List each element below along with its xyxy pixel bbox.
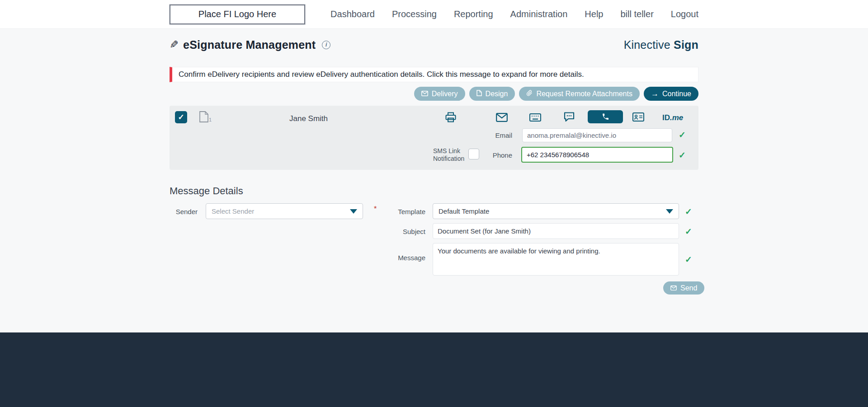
sms-chat-auth-icon[interactable]	[564, 112, 575, 122]
email-auth-icon[interactable]	[496, 113, 508, 122]
page-header: ✎ eSignature Management i Kinective Sign	[170, 38, 698, 51]
main-nav: Dashboard Processing Reporting Administr…	[330, 9, 698, 19]
subject-label: Subject	[373, 228, 425, 235]
nav-bill-teller[interactable]: bill teller	[620, 9, 653, 19]
continue-button[interactable]: → Continue	[644, 87, 698, 101]
template-valid-check-icon: ✓	[685, 206, 692, 217]
action-button-row: Delivery Design Request Remote Attachmen…	[170, 87, 698, 101]
sender-dropdown[interactable]: Select Sender	[206, 203, 363, 219]
top-bar: Place FI Logo Here Dashboard Processing …	[0, 0, 868, 29]
nav-administration[interactable]: Administration	[510, 9, 568, 19]
message-label: Message	[373, 254, 425, 262]
email-label: Email	[481, 131, 512, 139]
recipient-checkbox[interactable]: ✓	[175, 111, 187, 123]
signature-pen-icon: ✎	[170, 38, 179, 51]
request-remote-attachments-label: Request Remote Attachments	[536, 90, 632, 98]
subject-input[interactable]	[433, 223, 679, 239]
idme-me-text: .me	[670, 113, 683, 122]
nav-reporting[interactable]: Reporting	[454, 9, 493, 19]
phone-valid-check-icon: ✓	[679, 150, 686, 160]
edelivery-alert-banner[interactable]: Confirm eDelivery recipients and review …	[170, 67, 698, 82]
continue-label: Continue	[662, 90, 691, 98]
message-details-form: Sender Select Sender * Template Default …	[170, 203, 698, 300]
email-valid-check-icon: ✓	[679, 130, 686, 140]
delivery-button[interactable]: Delivery	[414, 87, 465, 101]
nav-dashboard[interactable]: Dashboard	[330, 9, 375, 19]
fi-logo-placeholder: Place FI Logo Here	[170, 5, 305, 24]
info-icon[interactable]: i	[322, 41, 330, 49]
phone-input[interactable]	[521, 147, 673, 163]
nav-logout[interactable]: Logout	[671, 9, 698, 19]
send-envelope-icon	[670, 284, 677, 292]
nav-processing[interactable]: Processing	[392, 9, 437, 19]
phone-icon	[602, 113, 609, 121]
phone-label: Phone	[481, 151, 512, 159]
subject-valid-check-icon: ✓	[685, 226, 692, 237]
brand-product: Sign	[674, 38, 698, 51]
template-dropdown[interactable]: Default Template	[433, 203, 679, 219]
sms-link-notification-checkbox[interactable]	[468, 149, 479, 159]
nav-help[interactable]: Help	[585, 9, 603, 19]
request-remote-attachments-button[interactable]: Request Remote Attachments	[519, 87, 640, 101]
message-details-heading: Message Details	[170, 185, 698, 197]
delivery-label: Delivery	[432, 90, 458, 98]
document-icon	[476, 90, 482, 98]
sender-placeholder: Select Sender	[212, 207, 254, 215]
idme-id-text: ID	[662, 113, 670, 122]
message-valid-check-icon: ✓	[685, 254, 692, 265]
document-count-icon: 1	[199, 111, 212, 122]
template-selected-value: Default Template	[439, 207, 489, 215]
message-textarea[interactable]: Your documents are available for viewing…	[433, 243, 679, 276]
check-icon: ✓	[178, 112, 184, 122]
sms-link-notification-label: SMS Link Notification	[433, 147, 466, 163]
paperclip-icon	[526, 90, 533, 98]
footer-bar	[0, 332, 868, 407]
document-count: 1	[209, 117, 212, 122]
brand-logo: Kinective Sign	[624, 38, 698, 51]
recipient-name: Jane Smith	[289, 114, 328, 123]
arrow-right-icon: →	[651, 90, 659, 98]
design-button[interactable]: Design	[469, 87, 515, 101]
main-content: ✎ eSignature Management i Kinective Sign…	[0, 29, 868, 332]
email-input[interactable]	[522, 128, 672, 142]
keyboard-auth-icon[interactable]	[529, 113, 541, 122]
sender-label: Sender	[170, 208, 198, 215]
send-label: Send	[680, 284, 697, 292]
idme-auth-icon[interactable]: ID.me	[662, 113, 683, 122]
alert-text: Confirm eDelivery recipients and review …	[179, 70, 584, 79]
chevron-down-icon	[666, 209, 673, 214]
page-title: eSignature Management	[183, 38, 316, 51]
send-button[interactable]: Send	[663, 281, 704, 295]
chevron-down-icon	[350, 209, 357, 214]
brand-name: Kinective	[624, 38, 670, 51]
recipient-card: ✓ 1 Jane Smith	[170, 106, 698, 170]
phone-auth-icon-selected[interactable]	[588, 110, 623, 123]
id-card-auth-icon[interactable]	[632, 112, 644, 122]
envelope-icon	[421, 90, 428, 98]
print-icon[interactable]	[445, 112, 456, 122]
template-label: Template	[373, 208, 425, 215]
design-label: Design	[486, 90, 508, 98]
